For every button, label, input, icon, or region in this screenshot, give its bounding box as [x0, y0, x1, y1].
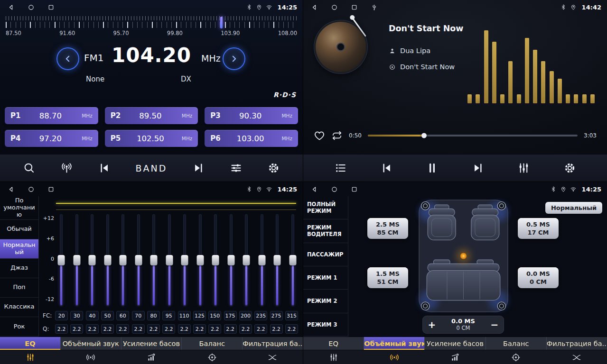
audio-tab[interactable]: Усиление басов: [425, 337, 486, 350]
audio-tab[interactable]: EQ: [0, 337, 61, 350]
delay-front-right[interactable]: 0.5 MS 17 CM: [518, 218, 559, 239]
slider-handle[interactable]: [135, 255, 142, 265]
settings-button[interactable]: [265, 160, 282, 176]
audio-tab[interactable]: EQ: [303, 337, 364, 350]
radio-preset-button[interactable]: P3 90.30 MHz: [205, 107, 298, 124]
eq-preset-item[interactable]: Рок: [0, 317, 38, 337]
eq-band-slider[interactable]: [73, 213, 81, 307]
audio-tab[interactable]: Фильтрация ба...: [547, 337, 607, 350]
slider-handle[interactable]: [227, 255, 234, 265]
eq-preset-item[interactable]: Поп: [0, 278, 38, 298]
band-button[interactable]: BAND: [134, 161, 169, 175]
nav-recents-icon[interactable]: [351, 4, 358, 11]
scan-button[interactable]: [21, 160, 37, 176]
eq-band-slider[interactable]: [88, 213, 96, 307]
delay-increase-button[interactable]: +: [422, 316, 441, 333]
delay-rear-left[interactable]: 1.5 MS 51 CM: [367, 267, 408, 288]
audio-tab[interactable]: Усиление басов: [121, 337, 182, 350]
sound-mode-item[interactable]: РЕЖИМ 2: [303, 290, 348, 313]
eq-band-slider[interactable]: [196, 213, 205, 307]
eq-preset-item[interactable]: Обычай: [0, 220, 38, 239]
slider-handle[interactable]: [58, 255, 65, 265]
audio-tab[interactable]: Фильтрация ба...: [243, 337, 303, 350]
sound-mode-item[interactable]: РЕЖИМ 3: [303, 313, 348, 337]
slider-handle[interactable]: [181, 255, 188, 265]
eq-band-slider[interactable]: [258, 213, 266, 307]
eq-band-slider[interactable]: [149, 213, 158, 307]
sound-mode-item[interactable]: ПОЛНЫЙ РЕЖИМ: [303, 196, 348, 219]
next-station-button[interactable]: [190, 160, 207, 176]
nav-home-icon[interactable]: [331, 4, 338, 11]
sound-mode-item[interactable]: РЕЖИМ 1: [303, 266, 348, 290]
nav-back-icon[interactable]: [311, 186, 318, 193]
broadcast-button[interactable]: [58, 160, 75, 176]
slider-handle[interactable]: [120, 255, 127, 265]
nav-back-icon[interactable]: [8, 186, 15, 193]
delay-front-left[interactable]: 2.5 MS 85 CM: [367, 218, 408, 239]
radio-preset-button[interactable]: P5 102.50 MHz: [105, 130, 198, 147]
slider-handle[interactable]: [196, 255, 204, 265]
bass-boost-tab-icon[interactable]: [121, 350, 182, 364]
eq-band-slider[interactable]: [165, 213, 174, 307]
surround-tab-icon[interactable]: [364, 350, 425, 364]
delay-rear-right[interactable]: 0.0 MS 0 CM: [518, 267, 559, 288]
nav-back-icon[interactable]: [8, 4, 15, 11]
eq-band-slider[interactable]: [57, 213, 65, 307]
eq-preset-item[interactable]: Джаз: [0, 259, 38, 278]
audio-tab[interactable]: Объёмный звук: [364, 337, 425, 350]
slider-handle[interactable]: [243, 255, 250, 265]
nav-recents-icon[interactable]: [47, 186, 55, 193]
settings-button[interactable]: [561, 160, 578, 176]
eq-band-slider[interactable]: [103, 213, 112, 307]
eq-preset-item[interactable]: Нормальный: [0, 239, 38, 259]
filter-tab-icon[interactable]: [242, 350, 303, 364]
surround-tab-icon[interactable]: [61, 350, 121, 364]
slider-handle[interactable]: [274, 255, 281, 265]
tuner-scale[interactable]: 87.5091.6095.7099.80103.90108.00: [0, 15, 303, 42]
sound-preset-button[interactable]: Нормальный: [545, 202, 602, 214]
slider-handle[interactable]: [212, 255, 219, 265]
radio-preset-button[interactable]: P2 89.50 MHz: [105, 107, 198, 124]
audio-tab[interactable]: Объёмный звук: [61, 337, 121, 350]
balance-tab-icon[interactable]: [182, 350, 243, 364]
seek-bar[interactable]: [368, 135, 578, 136]
sound-mode-item[interactable]: РЕЖИМ ВОДИТЕЛЯ: [303, 219, 348, 243]
eq-tab-icon[interactable]: [303, 350, 364, 364]
tune-up-button[interactable]: [223, 47, 245, 70]
equalizer-shortcut-button[interactable]: [228, 160, 244, 176]
eq-band-slider[interactable]: [119, 213, 127, 307]
nav-back-icon[interactable]: [311, 4, 318, 11]
eq-band-slider[interactable]: [180, 213, 189, 307]
balance-tab-icon[interactable]: [486, 350, 546, 364]
pause-button[interactable]: [424, 160, 440, 176]
slider-handle[interactable]: [258, 255, 265, 265]
audio-tab[interactable]: Баланс: [182, 337, 243, 350]
radio-preset-button[interactable]: P4 97.20 MHz: [5, 130, 98, 147]
eq-tab-icon[interactable]: [0, 350, 61, 364]
eq-band-slider[interactable]: [289, 213, 297, 307]
nav-recents-icon[interactable]: [47, 4, 55, 11]
slider-handle[interactable]: [104, 255, 111, 265]
bass-boost-tab-icon[interactable]: [425, 350, 486, 364]
eq-band-slider[interactable]: [242, 213, 251, 307]
eq-band-slider[interactable]: [273, 213, 281, 307]
nav-home-icon[interactable]: [28, 4, 35, 11]
eq-band-slider[interactable]: [211, 213, 220, 307]
delay-decrease-button[interactable]: −: [485, 316, 504, 333]
seek-handle[interactable]: [421, 133, 427, 138]
radio-preset-button[interactable]: P1 88.70 MHz: [5, 107, 98, 124]
audio-tab[interactable]: Баланс: [486, 337, 547, 350]
eq-band-slider[interactable]: [134, 213, 143, 307]
slider-handle[interactable]: [289, 255, 296, 265]
slider-handle[interactable]: [89, 255, 96, 265]
repeat-button[interactable]: [331, 130, 343, 141]
nav-recents-icon[interactable]: [351, 186, 358, 193]
slider-handle[interactable]: [166, 255, 173, 265]
favorite-button[interactable]: [314, 130, 325, 141]
slider-handle[interactable]: [73, 255, 80, 265]
eq-preset-item[interactable]: Классика: [0, 298, 38, 317]
previous-station-button[interactable]: [96, 160, 112, 176]
filter-tab-icon[interactable]: [546, 350, 607, 364]
nav-home-icon[interactable]: [28, 186, 35, 193]
slider-handle[interactable]: [150, 255, 158, 265]
